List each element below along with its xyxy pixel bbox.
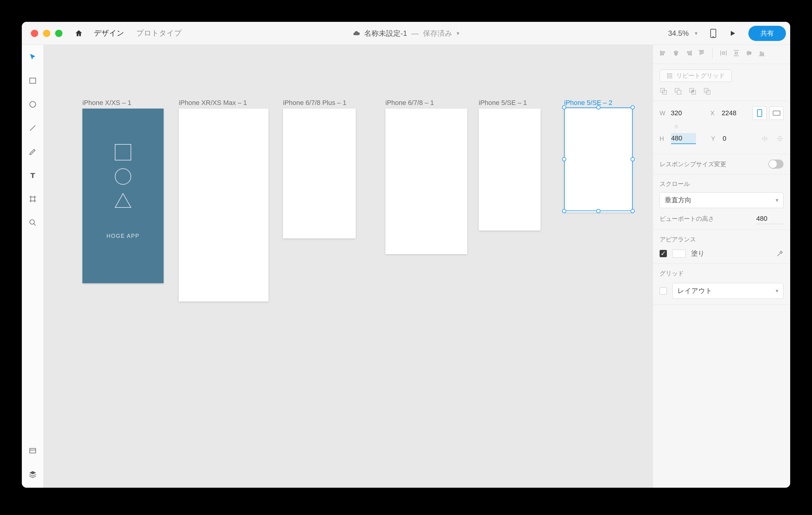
scroll-section: スクロール 垂直方向 ▾ ビューポートの高さ bbox=[653, 174, 790, 230]
line-tool-icon[interactable] bbox=[27, 122, 39, 134]
align-top-icon[interactable] bbox=[698, 49, 705, 57]
grid-layout-select[interactable]: レイアウト ▾ bbox=[672, 283, 784, 299]
chevron-down-icon: ▾ bbox=[776, 288, 778, 294]
alignment-row bbox=[653, 45, 790, 64]
artboard-title[interactable]: iPhone 6/7/8 Plus – 1 bbox=[283, 99, 356, 107]
orientation-portrait-icon[interactable] bbox=[753, 106, 766, 120]
device-preview-icon[interactable] bbox=[709, 29, 717, 38]
bool-union-icon[interactable] bbox=[660, 87, 667, 95]
align-right-icon[interactable] bbox=[685, 49, 692, 57]
artboard-title[interactable]: iPhone 5/SE – 1 bbox=[479, 99, 541, 107]
chevron-down-icon: ▾ bbox=[695, 30, 697, 37]
artboard-surface[interactable]: HOGE APP bbox=[82, 109, 164, 283]
y-input[interactable] bbox=[723, 133, 748, 144]
artboard-title[interactable]: iPhone 6/7/8 – 1 bbox=[385, 99, 467, 107]
flip-h-icon[interactable] bbox=[761, 135, 768, 142]
title-separator: — bbox=[411, 29, 419, 37]
artboard[interactable]: iPhone XR/XS Max – 1 bbox=[179, 99, 268, 301]
fill-checkbox[interactable]: ✓ bbox=[660, 250, 667, 257]
artboard[interactable]: iPhone X/XS – 1HOGE APP bbox=[82, 99, 164, 283]
lock-icon[interactable] bbox=[660, 124, 693, 129]
ellipse-tool-icon[interactable] bbox=[27, 98, 39, 110]
distribute-h-icon[interactable] bbox=[720, 49, 727, 57]
svg-rect-52 bbox=[675, 126, 677, 128]
artboard-tool-icon[interactable] bbox=[27, 193, 39, 205]
triangle-icon bbox=[114, 192, 132, 209]
svg-rect-24 bbox=[702, 51, 703, 53]
grid-layout-value: レイアウト bbox=[677, 286, 712, 295]
design-canvas[interactable]: iPhone X/XS – 1HOGE APPiPhone XR/XS Max … bbox=[44, 45, 652, 488]
align-left-icon[interactable] bbox=[660, 49, 667, 57]
artboard[interactable]: iPhone 5/SE – 1 bbox=[479, 99, 541, 231]
width-input[interactable] bbox=[671, 108, 696, 118]
flip-v-icon[interactable] bbox=[776, 135, 784, 142]
align-bottom-icon[interactable] bbox=[758, 49, 765, 57]
artboard-surface[interactable] bbox=[283, 109, 356, 238]
grid-checkbox[interactable] bbox=[660, 287, 667, 295]
artboard-surface[interactable] bbox=[385, 109, 467, 254]
select-tool-icon[interactable] bbox=[27, 51, 39, 63]
tab-design[interactable]: デザイン bbox=[94, 22, 124, 46]
chevron-down-icon: ▾ bbox=[776, 197, 778, 204]
svg-rect-2 bbox=[30, 78, 36, 83]
repeat-grid-label: リピートグリッド bbox=[676, 72, 725, 80]
artboard[interactable]: iPhone 6/7/8 Plus – 1 bbox=[283, 99, 356, 238]
document-title[interactable]: 名称未設定-1 — 保存済み ▾ bbox=[353, 28, 459, 38]
viewport-height-label: ビューポートの高さ bbox=[660, 215, 714, 223]
appearance-section: アピアランス ✓ 塗り bbox=[653, 230, 790, 264]
bool-exclude-icon[interactable] bbox=[703, 87, 711, 95]
tab-prototype[interactable]: プロトタイプ bbox=[136, 22, 182, 46]
distribute-v-icon[interactable] bbox=[733, 49, 740, 57]
repeat-grid-button[interactable]: リピートグリッド bbox=[660, 70, 732, 82]
cloud-icon bbox=[353, 30, 360, 37]
artboard-surface[interactable] bbox=[564, 109, 633, 212]
align-middle-icon[interactable] bbox=[745, 49, 753, 57]
chevron-down-icon[interactable]: ▾ bbox=[457, 30, 459, 37]
fill-swatch[interactable] bbox=[672, 250, 686, 258]
zoom-control[interactable]: 34.5% ▾ bbox=[668, 29, 697, 37]
text-tool-icon[interactable] bbox=[27, 169, 39, 181]
zoom-tool-icon[interactable] bbox=[27, 217, 39, 229]
svg-rect-5 bbox=[31, 197, 34, 201]
window-minimize-icon[interactable] bbox=[43, 30, 50, 37]
align-center-h-icon[interactable] bbox=[672, 49, 679, 57]
scroll-direction-value: 垂直方向 bbox=[665, 196, 691, 205]
rectangle-tool-icon[interactable] bbox=[27, 75, 39, 87]
fill-label: 塗り bbox=[691, 249, 705, 258]
window-maximize-icon[interactable] bbox=[55, 30, 62, 37]
tool-palette bbox=[22, 45, 44, 488]
eyedropper-icon[interactable] bbox=[776, 250, 784, 257]
scroll-title: スクロール bbox=[660, 180, 784, 188]
artboard-surface[interactable] bbox=[179, 109, 268, 301]
layers-panel-icon[interactable] bbox=[27, 468, 39, 481]
artboard-surface[interactable] bbox=[479, 109, 541, 231]
bool-intersect-icon[interactable] bbox=[689, 87, 697, 95]
artboard[interactable]: iPhone 6/7/8 – 1 bbox=[385, 99, 467, 254]
x-input[interactable] bbox=[722, 108, 747, 118]
height-input[interactable] bbox=[671, 133, 696, 144]
grid-section: グリッド レイアウト ▾ bbox=[653, 264, 790, 304]
orientation-landscape-icon[interactable] bbox=[770, 106, 784, 120]
zoom-value: 34.5% bbox=[668, 29, 689, 37]
share-button[interactable]: 共有 bbox=[748, 26, 786, 41]
responsive-label: レスポンシブサイズ変更 bbox=[660, 160, 726, 168]
square-icon bbox=[115, 144, 132, 161]
pen-tool-icon[interactable] bbox=[27, 145, 39, 158]
window-close-icon[interactable] bbox=[31, 30, 38, 37]
artboard[interactable]: iPhone 5/SE – 2 bbox=[564, 99, 633, 212]
scroll-direction-select[interactable]: 垂直方向 ▾ bbox=[660, 192, 784, 208]
play-icon[interactable] bbox=[729, 30, 736, 37]
viewport-height-input[interactable] bbox=[756, 214, 784, 224]
artboard-title[interactable]: iPhone X/XS – 1 bbox=[82, 99, 164, 107]
svg-rect-37 bbox=[667, 73, 669, 75]
svg-rect-51 bbox=[773, 111, 780, 115]
svg-point-6 bbox=[30, 220, 34, 224]
svg-rect-36 bbox=[762, 53, 763, 55]
home-icon[interactable] bbox=[75, 29, 83, 37]
responsive-toggle[interactable] bbox=[768, 160, 784, 169]
svg-rect-38 bbox=[670, 73, 672, 75]
svg-rect-21 bbox=[688, 54, 691, 55]
bool-subtract-icon[interactable] bbox=[674, 87, 682, 95]
artboard-title[interactable]: iPhone XR/XS Max – 1 bbox=[179, 99, 268, 107]
assets-panel-icon[interactable] bbox=[27, 445, 39, 457]
